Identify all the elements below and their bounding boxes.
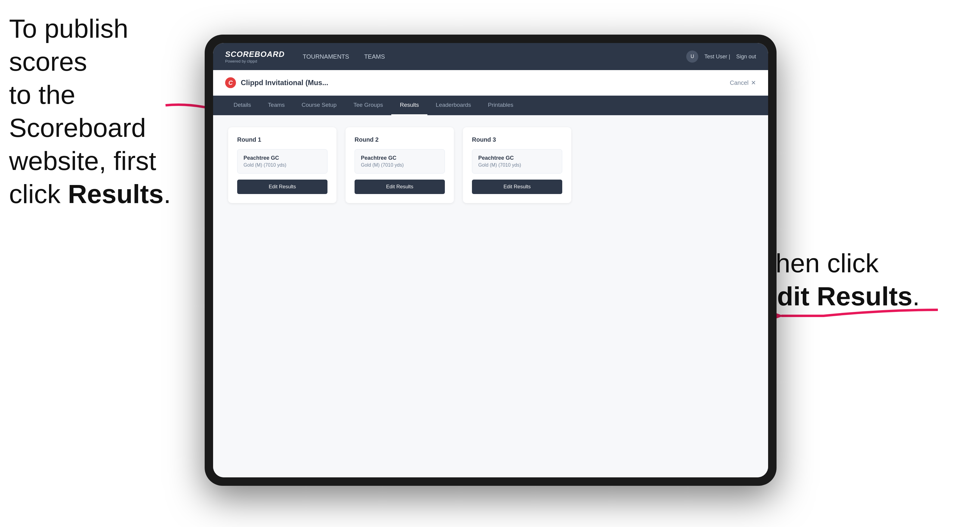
scoreboard-logo: SCOREBOARD Powered by clippd (225, 50, 285, 63)
round-3-title: Round 3 (472, 136, 562, 143)
round-3-edit-results-button[interactable]: Edit Results (472, 179, 562, 194)
signout-link[interactable]: Sign out (736, 54, 756, 60)
tournament-header: C Clippd Invitational (Mus... Cancel ✕ (213, 70, 768, 96)
tournament-title-row: C Clippd Invitational (Mus... (225, 77, 328, 88)
round-2-course-name: Peachtree GC (361, 155, 439, 161)
top-nav: SCOREBOARD Powered by clippd TOURNAMENTS… (213, 43, 768, 70)
tab-course-setup[interactable]: Course Setup (293, 96, 345, 115)
nav-user-text: Test User | (704, 54, 730, 60)
user-avatar: U (686, 51, 698, 63)
cancel-button[interactable]: Cancel ✕ (730, 79, 756, 86)
round-2-title: Round 2 (355, 136, 445, 143)
round-3-card: Round 3 Peachtree GC Gold (M) (7010 yds)… (463, 127, 571, 203)
nav-teams[interactable]: TEAMS (364, 51, 385, 63)
logo-sub-text: Powered by clippd (225, 59, 285, 63)
tablet-device: SCOREBOARD Powered by clippd TOURNAMENTS… (205, 35, 776, 486)
tab-teams[interactable]: Teams (259, 96, 293, 115)
tab-details[interactable]: Details (225, 96, 259, 115)
rounds-grid: Round 1 Peachtree GC Gold (M) (7010 yds)… (228, 127, 753, 203)
clippd-logo: C (225, 77, 236, 88)
tab-bar: Details Teams Course Setup Tee Groups Re… (213, 96, 768, 115)
round-2-course-card: Peachtree GC Gold (M) (7010 yds) (355, 149, 445, 173)
tab-printables[interactable]: Printables (479, 96, 522, 115)
tab-results[interactable]: Results (391, 96, 427, 115)
round-1-course-card: Peachtree GC Gold (M) (7010 yds) (237, 149, 328, 173)
logo-main-text: SCOREBOARD (225, 50, 285, 59)
nav-tournaments[interactable]: TOURNAMENTS (303, 51, 349, 63)
instruction-left: To publish scores to the Scoreboard webs… (9, 12, 184, 211)
round-1-edit-results-button[interactable]: Edit Results (237, 179, 328, 194)
round-1-course-details: Gold (M) (7010 yds) (243, 162, 321, 168)
round-3-course-card: Peachtree GC Gold (M) (7010 yds) (472, 149, 562, 173)
nav-right: U Test User | Sign out (686, 51, 756, 63)
round-1-title: Round 1 (237, 136, 328, 143)
round-2-card: Round 2 Peachtree GC Gold (M) (7010 yds)… (345, 127, 454, 203)
round-1-course-name: Peachtree GC (243, 155, 321, 161)
round-2-edit-results-button[interactable]: Edit Results (355, 179, 445, 194)
round-1-card: Round 1 Peachtree GC Gold (M) (7010 yds)… (228, 127, 337, 203)
round-2-course-details: Gold (M) (7010 yds) (361, 162, 439, 168)
tab-tee-groups[interactable]: Tee Groups (345, 96, 391, 115)
instruction-right: Then click Edit Results. (759, 247, 920, 313)
round-3-course-name: Peachtree GC (478, 155, 556, 161)
main-content: Round 1 Peachtree GC Gold (M) (7010 yds)… (213, 115, 768, 477)
round-3-course-details: Gold (M) (7010 yds) (478, 162, 556, 168)
tab-leaderboards[interactable]: Leaderboards (427, 96, 479, 115)
close-icon: ✕ (751, 79, 756, 86)
tablet-screen: SCOREBOARD Powered by clippd TOURNAMENTS… (213, 43, 768, 477)
tournament-name: Clippd Invitational (Mus... (241, 78, 328, 87)
nav-links: TOURNAMENTS TEAMS (303, 51, 686, 63)
